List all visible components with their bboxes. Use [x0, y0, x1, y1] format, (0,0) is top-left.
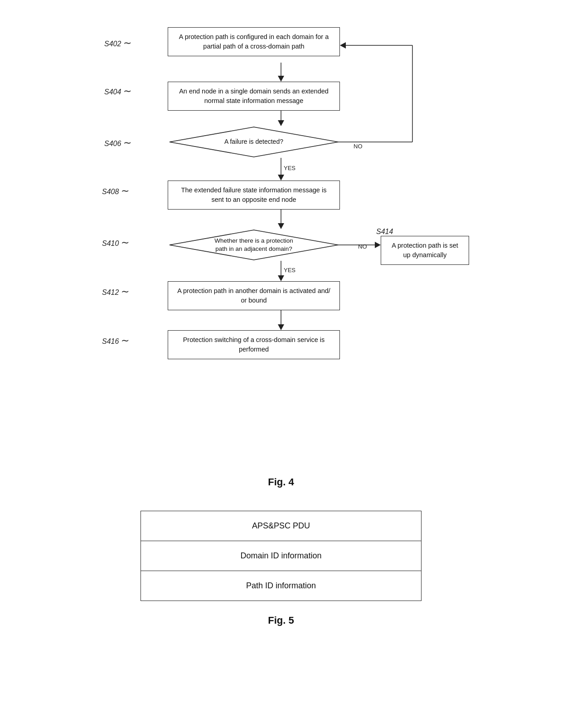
s406-diamond: A failure is detected? [168, 126, 340, 158]
flowchart-fig4: YES NO YES NO [27, 18, 535, 458]
svg-text:path in an adjacent domain?: path in an adjacent domain? [215, 245, 292, 252]
s412-label: S412 ∼ [102, 286, 129, 298]
svg-text:NO: NO [358, 243, 367, 250]
page: YES NO YES NO [0, 0, 562, 728]
fig4-label: Fig. 4 [27, 476, 535, 488]
svg-text:YES: YES [284, 267, 296, 274]
svg-marker-3 [278, 120, 284, 126]
s402-label: S402 ∼ [104, 37, 131, 49]
svg-marker-21 [278, 324, 284, 330]
svg-text:Whether there is a protection: Whether there is a protection [214, 237, 293, 244]
svg-text:NO: NO [354, 143, 363, 150]
fig5-row-3: Path ID information [141, 571, 422, 601]
svg-text:YES: YES [284, 165, 296, 171]
s404-label: S404 ∼ [104, 85, 131, 97]
s406-label: S406 ∼ [104, 137, 131, 149]
fig5-row-1: APS&PSC PDU [141, 511, 422, 541]
fig5-section: APS&PSC PDU Domain ID information Path I… [27, 511, 535, 601]
svg-marker-24 [170, 230, 338, 260]
svg-marker-11 [340, 42, 346, 49]
fig5-table: APS&PSC PDU Domain ID information Path I… [140, 511, 422, 601]
s416-label: S416 ∼ [102, 335, 129, 347]
svg-marker-5 [278, 175, 284, 181]
s414-box: A protection path is set up dynamically [381, 236, 469, 265]
fig5-label: Fig. 5 [27, 615, 535, 626]
svg-marker-13 [278, 223, 284, 229]
fig5-row-2: Domain ID information [141, 541, 422, 571]
s408-box: The extended failure state information m… [168, 181, 340, 210]
s410-diamond: Whether there is a protection path in an… [168, 229, 340, 261]
s412-box: A protection path in another domain is a… [168, 281, 340, 310]
s402-box: A protection path is configured in each … [168, 27, 340, 56]
s408-label: S408 ∼ [102, 185, 129, 197]
svg-text:A failure is detected?: A failure is detected? [224, 138, 283, 145]
svg-marker-1 [278, 76, 284, 82]
flowchart-container: YES NO YES NO [77, 18, 485, 458]
svg-marker-15 [278, 275, 284, 281]
s416-box: Protection switching of a cross-domain s… [168, 330, 340, 359]
s404-box: An end node in a single domain sends an … [168, 82, 340, 111]
svg-marker-19 [375, 242, 381, 248]
s410-label: S410 ∼ [102, 237, 129, 249]
s414-label: S414 [376, 228, 393, 236]
